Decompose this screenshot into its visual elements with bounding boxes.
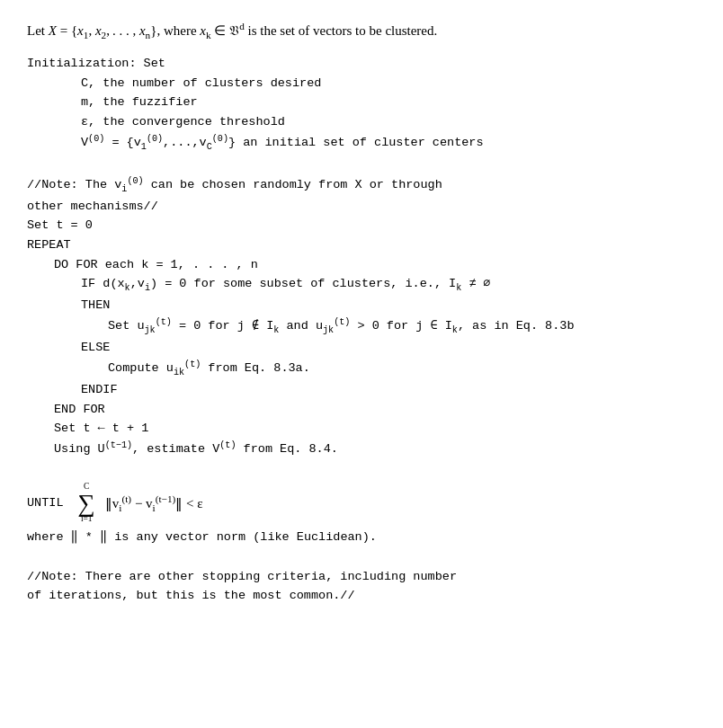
set-ujk-line: Set ujk(t) = 0 for j ∉ Ik and ujk(t) > 0… [27,315,696,338]
note1-line1: //Note: The vi(0) can be chosen randomly… [27,178,442,191]
do-for-line: DO FOR each k = 1, . . . , n [27,255,696,275]
set-t-text: Set t = 0 [27,218,93,232]
until-keyword: UNTIL [27,493,71,513]
repeat-label: REPEAT [27,235,696,255]
note2-section: //Note: There are other stopping criteri… [27,567,696,606]
note1-line2: other mechanisms// [27,200,158,213]
sum-symbol: ∑ [78,493,95,514]
using-line: Using U(t−1), estimate V(t) from Eq. 8.4… [27,439,696,459]
until-section: UNTIL C ∑ i=1 ‖vi(t) − vi(t−1)‖ < ε [27,482,696,524]
note2-line1: //Note: There are other stopping criteri… [27,570,457,583]
page-content: Let X = {x1, x2, . . . , xn}, where xk ∈… [27,18,696,606]
else-line: ELSE [27,338,696,358]
init-c: C, the number of clusters desired [27,76,321,90]
sum-lower: i=1 [81,514,93,524]
set-t-line: Set t = 0 [27,216,696,235]
init-label: Initialization: Set [27,57,165,70]
then-line: THEN [27,296,696,315]
where-line: where ‖ * ‖ is any vector norm (like Euc… [27,528,696,547]
endif-line: ENDIF [27,380,696,400]
init-m: m, the fuzzifier [27,95,198,109]
if-line: IF d(xk,vi) = 0 for some subset of clust… [27,274,696,296]
sum-expression: C ∑ i=1 [78,482,95,524]
intro-paragraph: Let X = {x1, x2, . . . , xn}, where xk ∈… [27,18,696,43]
set-t2-line: Set t ← t + 1 [27,419,696,439]
note1-section: //Note: The vi(0) can be chosen randomly… [27,173,696,216]
algorithm-block: Initialization: Set C, the number of clu… [27,54,696,606]
init-v: V(0) = {v1(0),...,vC(0)} an initial set … [27,136,484,149]
init-section: Initialization: Set C, the number of clu… [27,54,696,155]
norm-expression: ‖vi(t) − vi(t−1)‖ < ε [103,491,203,516]
note2-line2: of iterations, but this is the most comm… [27,589,355,602]
end-for-line: END FOR [27,400,696,420]
init-epsilon: ε, the convergence threshold [27,115,285,129]
compute-line: Compute uik(t) from Eq. 8.3a. [27,358,696,380]
